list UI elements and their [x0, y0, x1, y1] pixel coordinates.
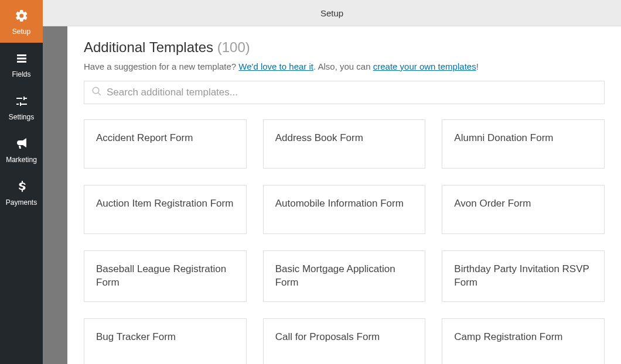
page-title-count: (100): [217, 39, 250, 55]
sidebar-item-payments[interactable]: Payments: [0, 171, 43, 214]
template-name: Bug Tracker Form: [96, 331, 176, 344]
gear-icon: [15, 9, 29, 25]
sidebar: Setup Fields Settings Marketing Payments: [0, 0, 43, 364]
template-name: Alumni Donation Form: [454, 132, 553, 145]
template-card[interactable]: Avon Order Form: [442, 185, 605, 234]
template-card[interactable]: Bug Tracker Form: [84, 318, 247, 364]
subtext-mid: . Also, you can: [313, 61, 373, 71]
template-card[interactable]: Birthday Party Invitation RSVP Form: [442, 250, 605, 302]
main: Setup Additional Templates (100) Have a …: [43, 0, 621, 364]
template-card[interactable]: Accident Report Form: [84, 119, 247, 169]
sidebar-item-fields[interactable]: Fields: [0, 43, 43, 85]
page-header-title: Setup: [320, 8, 343, 18]
template-card[interactable]: Alumni Donation Form: [442, 119, 605, 169]
template-name: Baseball League Registration Form: [96, 263, 234, 290]
content-wrap: Additional Templates (100) Have a sugges…: [43, 26, 621, 364]
subtext-prefix: Have a suggestion for a new template?: [84, 61, 238, 71]
sidebar-label-settings: Settings: [9, 113, 34, 121]
template-card[interactable]: Call for Proposals Form: [263, 318, 426, 364]
page-subtext: Have a suggestion for a new template? We…: [84, 61, 605, 71]
topbar: Setup: [43, 0, 621, 26]
create-templates-link[interactable]: create your own templates: [373, 61, 476, 71]
content: Additional Templates (100) Have a sugges…: [67, 26, 621, 364]
page-title-text: Additional Templates: [84, 39, 213, 55]
template-card[interactable]: Address Book Form: [263, 119, 426, 169]
page-title: Additional Templates (100): [84, 39, 605, 56]
sidebar-item-setup[interactable]: Setup: [0, 0, 43, 43]
template-card[interactable]: Camp Registration Form: [442, 318, 605, 364]
template-card[interactable]: Automobile Information Form: [263, 185, 426, 234]
sidebar-label-setup: Setup: [12, 28, 30, 36]
left-gutter: [43, 26, 67, 364]
templates-grid: Accident Report Form Address Book Form A…: [84, 119, 605, 364]
sidebar-label-marketing: Marketing: [6, 156, 37, 164]
template-name: Automobile Information Form: [275, 197, 404, 211]
template-card[interactable]: Baseball League Registration Form: [84, 250, 247, 302]
sidebar-label-payments: Payments: [6, 198, 37, 207]
sliders-icon: [15, 94, 29, 111]
template-name: Address Book Form: [275, 132, 363, 145]
template-name: Call for Proposals Form: [275, 331, 380, 344]
template-name: Avon Order Form: [454, 197, 531, 211]
subtext-suffix: !: [476, 61, 479, 71]
dollar-icon: [15, 180, 29, 196]
search-box[interactable]: [84, 81, 605, 104]
template-name: Auction Item Registration Form: [96, 197, 233, 211]
template-name: Birthday Party Invitation RSVP Form: [454, 263, 592, 290]
sidebar-item-settings[interactable]: Settings: [0, 85, 43, 128]
template-card[interactable]: Auction Item Registration Form: [84, 185, 247, 234]
sidebar-label-fields: Fields: [12, 70, 30, 78]
template-name: Basic Mortgage Application Form: [275, 263, 414, 290]
sidebar-item-marketing[interactable]: Marketing: [0, 128, 43, 171]
search-input[interactable]: [107, 87, 597, 98]
search-icon: [91, 86, 102, 99]
list-icon: [15, 51, 29, 68]
template-name: Accident Report Form: [96, 132, 193, 145]
suggestion-link[interactable]: We'd love to hear it: [238, 61, 313, 71]
bullhorn-icon: [15, 137, 29, 153]
template-name: Camp Registration Form: [454, 331, 562, 344]
template-card[interactable]: Basic Mortgage Application Form: [263, 250, 426, 302]
